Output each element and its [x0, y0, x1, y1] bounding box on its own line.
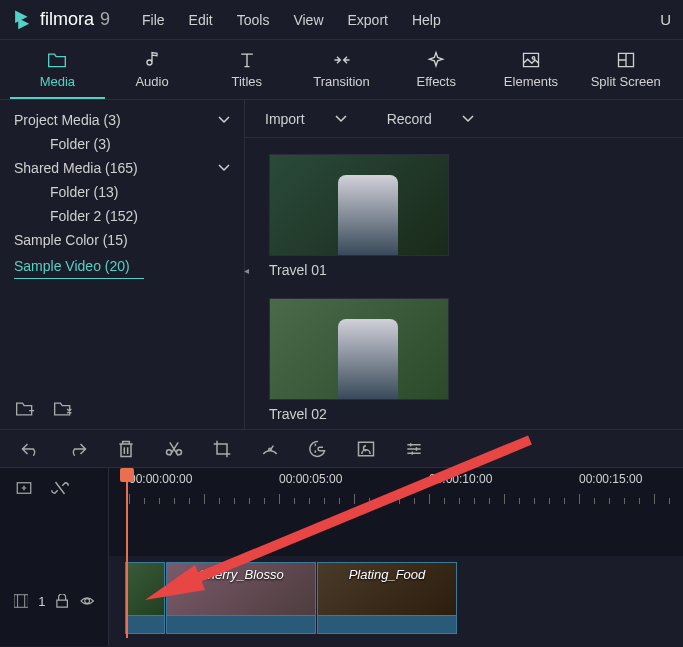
- delete-folder-icon[interactable]: [52, 399, 74, 419]
- crop-icon[interactable]: [212, 439, 232, 459]
- image-icon: [520, 50, 542, 70]
- clip-label: Travel 01: [269, 262, 449, 278]
- menu-view[interactable]: View: [293, 12, 323, 28]
- adjust-icon[interactable]: [404, 439, 424, 459]
- music-note-icon: [141, 50, 163, 70]
- app-version: 9: [100, 9, 110, 30]
- timeline-clip[interactable]: Cherry_Blosso: [166, 562, 316, 634]
- film-icon: [14, 594, 28, 608]
- text-icon: [236, 50, 258, 70]
- ruler-tick: 00:00:15:00: [579, 472, 642, 486]
- filmora-logo-icon: [12, 9, 34, 31]
- splitscreen-icon: [615, 50, 637, 70]
- tab-media[interactable]: Media: [10, 40, 105, 99]
- delete-icon[interactable]: [116, 439, 136, 459]
- playhead[interactable]: [126, 468, 128, 638]
- video-track: 1 Cherry_Blosso Plating_Food: [0, 556, 683, 646]
- timeline-panel: 00:00:00:00 00:00:05:00 00:00:10:00 00:0…: [0, 468, 683, 646]
- new-folder-icon[interactable]: [14, 399, 36, 419]
- media-gallery-panel: Import Record Travel 01 Travel 02: [245, 100, 683, 429]
- menu-help[interactable]: Help: [412, 12, 441, 28]
- clip-label: Travel 02: [269, 406, 449, 422]
- tree-sample-video[interactable]: Sample Video (20): [14, 254, 144, 279]
- timeline-gap: [0, 508, 683, 556]
- chevron-down-icon: [218, 164, 230, 172]
- menu-file[interactable]: File: [142, 12, 165, 28]
- ruler-tick: 00:00:05:00: [279, 472, 342, 486]
- app-name: filmora: [40, 9, 94, 30]
- timeline-clip[interactable]: Plating_Food: [317, 562, 457, 634]
- sparkle-icon: [425, 50, 447, 70]
- folder-icon: [46, 50, 68, 70]
- tab-effects[interactable]: Effects: [389, 40, 484, 99]
- tree-shared-folder2[interactable]: Folder 2 (152): [0, 204, 244, 228]
- speed-icon[interactable]: [260, 439, 280, 459]
- tab-audio[interactable]: Audio: [105, 40, 200, 99]
- add-track-icon[interactable]: [14, 479, 34, 497]
- timeline-header: 00:00:00:00 00:00:05:00 00:00:10:00 00:0…: [0, 468, 683, 508]
- media-tree-sidebar: Project Media (3) Folder (3) Shared Medi…: [0, 100, 245, 429]
- chevron-down-icon: [335, 115, 347, 123]
- import-dropdown[interactable]: Import: [245, 111, 367, 127]
- tab-titles[interactable]: Titles: [199, 40, 294, 99]
- chevron-down-icon: [462, 115, 474, 123]
- transition-icon: [331, 50, 353, 70]
- tree-project-folder[interactable]: Folder (3): [0, 132, 244, 156]
- timeline-header-actions: [0, 479, 108, 497]
- app-logo: filmora9: [12, 9, 110, 31]
- edit-toolbar: [0, 430, 683, 468]
- user-indicator[interactable]: U: [660, 11, 671, 28]
- clip-thumbnail: [269, 298, 449, 400]
- svg-rect-4: [14, 595, 28, 607]
- unlink-icon[interactable]: [50, 479, 70, 497]
- greenscreen-icon[interactable]: [356, 439, 376, 459]
- track-number: 1: [38, 594, 45, 609]
- timeline-ruler[interactable]: 00:00:00:00 00:00:05:00 00:00:10:00 00:0…: [108, 468, 683, 508]
- tree-project-media[interactable]: Project Media (3): [0, 108, 244, 132]
- redo-icon[interactable]: [68, 439, 88, 459]
- clip-thumbnail: [269, 154, 449, 256]
- tree-shared-media[interactable]: Shared Media (165): [0, 156, 244, 180]
- tab-splitscreen[interactable]: Split Screen: [578, 40, 673, 99]
- track-label: 1: [0, 556, 108, 646]
- eye-icon[interactable]: [80, 594, 94, 608]
- ruler-tick: 00:00:10:00: [429, 472, 492, 486]
- gallery-action-bar: Import Record: [245, 100, 683, 138]
- tree-shared-folder1[interactable]: Folder (13): [0, 180, 244, 204]
- menu-tools[interactable]: Tools: [237, 12, 270, 28]
- sidebar-collapse-handle[interactable]: ◂: [244, 265, 250, 285]
- cut-icon[interactable]: [164, 439, 184, 459]
- main-menu: File Edit Tools View Export Help: [142, 12, 441, 28]
- tab-transition[interactable]: Transition: [294, 40, 389, 99]
- category-tabs: Media Audio Titles Transition Effects El…: [0, 40, 683, 100]
- chevron-down-icon: [218, 116, 230, 124]
- color-icon[interactable]: [308, 439, 328, 459]
- menu-export[interactable]: Export: [348, 12, 388, 28]
- main-panel: Project Media (3) Folder (3) Shared Medi…: [0, 100, 683, 430]
- tree-sample-color[interactable]: Sample Color (15): [0, 228, 244, 252]
- media-clip[interactable]: Travel 02: [269, 298, 449, 422]
- ruler-marks: [109, 494, 683, 504]
- ruler-tick: 00:00:00:00: [129, 472, 192, 486]
- titlebar: filmora9 File Edit Tools View Export Hel…: [0, 0, 683, 40]
- lock-icon[interactable]: [55, 594, 69, 608]
- track-body[interactable]: Cherry_Blosso Plating_Food: [108, 556, 683, 646]
- sidebar-actions: [14, 399, 74, 419]
- tab-elements[interactable]: Elements: [484, 40, 579, 99]
- media-clip[interactable]: Travel 01: [269, 154, 449, 278]
- undo-icon[interactable]: [20, 439, 40, 459]
- timeline-clip[interactable]: [125, 562, 165, 634]
- media-tree: Project Media (3) Folder (3) Shared Medi…: [0, 108, 244, 279]
- media-gallery: Travel 01 Travel 02: [245, 138, 683, 429]
- menu-edit[interactable]: Edit: [189, 12, 213, 28]
- record-dropdown[interactable]: Record: [367, 111, 494, 127]
